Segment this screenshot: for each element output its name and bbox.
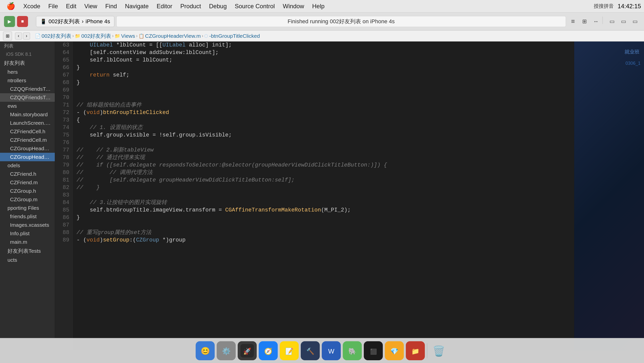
dock-evernote[interactable]: 🐘 <box>343 341 362 360</box>
navigator-grid-btn[interactable]: ⊞ <box>3 32 12 40</box>
breadcrumb-icon-1: 📁 <box>75 33 80 39</box>
menu-debug[interactable]: Debug <box>206 2 230 11</box>
svg-text:🗑️: 🗑️ <box>433 345 445 357</box>
sidebar-item-models[interactable]: odels <box>0 161 55 170</box>
sidebar-item-czgroup-h[interactable]: CZGroup.h <box>0 187 55 195</box>
svg-text:🐘: 🐘 <box>348 347 357 355</box>
sidebar-item-groupheader-h[interactable]: CZGroupHeaderView.h <box>0 144 55 153</box>
svg-text:🧭: 🧭 <box>264 347 272 355</box>
scheme-separator: › <box>82 18 84 25</box>
svg-text:🚀: 🚀 <box>243 347 251 355</box>
sidebar-item-czfriend-h[interactable]: CZFriend.h <box>0 170 55 178</box>
breadcrumb-icon-3: 📋 <box>139 33 144 39</box>
sidebar-item-images[interactable]: Images.xcassets <box>0 221 55 229</box>
sidebar-item-7[interactable]: ews <box>0 102 55 110</box>
svg-text:📁: 📁 <box>411 347 420 355</box>
sidebar-item-groupheader-m[interactable]: CZGroupHeaderView.m <box>0 153 55 161</box>
scheme-selector[interactable]: 📱 002好友列表 › iPhone 4s <box>36 16 114 27</box>
breadcrumb-icon-4: ⬡ <box>204 33 208 39</box>
svg-text:W: W <box>328 348 335 355</box>
sidebar-item-2[interactable]: 好友列表 <box>0 58 55 68</box>
sidebar-item-friendcell-h[interactable]: CZFriendCell.h <box>0 127 55 136</box>
dock-trash[interactable]: 🗑️ <box>429 341 448 360</box>
breadcrumb-item-3[interactable]: CZGroupHeaderView.m <box>145 33 201 39</box>
dock: 😊 ⚙️ 🚀 🧭 📝 🔨 W 🐘 ⬛ 💎 📁 🗑️ <box>0 338 644 363</box>
breadcrumb-icon-0: 📄 <box>35 33 41 39</box>
dock-finder[interactable]: 😊 <box>196 341 215 360</box>
sidebar-item-main-m[interactable]: main.m <box>0 238 55 246</box>
menu-source-control[interactable]: Source Control <box>231 2 278 11</box>
sidebar-item-main-storyboard[interactable]: Main.storyboard <box>0 110 55 119</box>
hide-debug-btn[interactable]: ▭ <box>618 16 628 26</box>
right-panel: 就业班 0306_1 <box>574 42 644 350</box>
toolbar: ▶ ■ 📱 002好友列表 › iPhone 4s Finished runni… <box>0 12 644 30</box>
line-numbers: 63 64 65 66 67 68 69 70 71 72 73 74 75 7… <box>55 42 73 350</box>
stop-button[interactable]: ■ <box>17 16 28 27</box>
sidebar-item-supporting[interactable]: pporting Files <box>0 204 55 212</box>
dock-xcode[interactable]: 🔨 <box>301 341 320 360</box>
forward-button[interactable]: › <box>23 32 30 40</box>
menu-xcode[interactable]: Xcode <box>20 2 44 11</box>
editor-version-btn[interactable]: ↔ <box>591 16 601 26</box>
sidebar-item-friends-plist[interactable]: friends.plist <box>0 212 55 221</box>
sidebar-item-czgroup-m[interactable]: CZGroup.m <box>0 195 55 204</box>
code-lines: UILabel *lblCount = [[UILabel alloc] ini… <box>73 42 574 350</box>
status-bar: Finished running 002好友列表 on iPhone 4s <box>116 16 566 27</box>
status-text: Finished running 002好友列表 on iPhone 4s <box>287 18 395 24</box>
dock-terminal[interactable]: ⬛ <box>364 341 383 360</box>
menu-find[interactable]: Find <box>102 2 121 11</box>
sidebar-item-tests[interactable]: 好友列表Tests <box>0 246 55 256</box>
svg-text:🔨: 🔨 <box>306 347 314 355</box>
menu-editor[interactable]: Editor <box>153 2 176 11</box>
panel-text-1: 就业班 <box>622 46 641 57</box>
menu-file[interactable]: File <box>45 2 62 11</box>
sidebar-item-1[interactable]: iOS SDK 8.1 <box>0 50 55 58</box>
back-button[interactable]: ‹ <box>15 32 22 40</box>
sidebar-item-6[interactable]: CZQQFriendsT...ewController.m <box>0 93 55 102</box>
sidebar-item-0[interactable]: 列表 <box>0 42 55 50</box>
menu-window[interactable]: Window <box>279 2 307 11</box>
breadcrumb-item-0[interactable]: 002好友列表 <box>42 32 71 40</box>
scheme-name: 002好友列表 <box>49 18 80 25</box>
dock-sketch[interactable]: 💎 <box>385 341 404 360</box>
svg-text:💎: 💎 <box>390 347 399 355</box>
sidebar-item-info-plist[interactable]: Info.plist <box>0 229 55 238</box>
sidebar-item-3[interactable]: hers <box>0 68 55 76</box>
editor-standard-btn[interactable]: ≡ <box>568 16 578 26</box>
hide-navigator-btn[interactable]: ▭ <box>607 16 617 26</box>
apple-menu[interactable]: 🍎 <box>3 1 19 11</box>
menu-edit[interactable]: Edit <box>63 2 80 11</box>
breadcrumb-sep-0: › <box>72 33 74 38</box>
menu-product[interactable]: Product <box>177 2 205 11</box>
menu-view[interactable]: View <box>81 2 101 11</box>
main-area: 列表 iOS SDK 8.1 好友列表 hers ntrollers CZQQF… <box>0 42 644 350</box>
breadcrumb-bar: ⊞ ‹ › 📄 002好友列表 › 📁 002好友列表 › 📁 Views › … <box>0 30 644 42</box>
dock-filezilla[interactable]: 📁 <box>406 341 425 360</box>
sidebar-item-ucts[interactable]: ucts <box>0 256 55 264</box>
breadcrumb-item-1[interactable]: 002好友列表 <box>81 32 111 40</box>
menu-navigate[interactable]: Navigate <box>121 2 152 11</box>
breadcrumb-sep-1: › <box>112 33 114 38</box>
dock-safari[interactable]: 🧭 <box>259 341 278 360</box>
breadcrumb-icon-2: 📁 <box>115 33 120 39</box>
sidebar-item-5[interactable]: CZQQFriendsT...iewController.h <box>0 85 55 93</box>
sidebar-item-4[interactable]: ntrollers <box>0 76 55 85</box>
editor-assistant-btn[interactable]: ⊞ <box>579 16 589 26</box>
dock-system-prefs[interactable]: ⚙️ <box>217 341 236 360</box>
sidebar-item-friendcell-m[interactable]: CZFriendCell.m <box>0 136 55 144</box>
sidebar-item-launchscreen[interactable]: LaunchScreen.xib <box>0 119 55 127</box>
breadcrumb-item-2[interactable]: Views <box>121 33 135 39</box>
svg-text:⬛: ⬛ <box>370 348 377 355</box>
hide-inspector-btn[interactable]: ▭ <box>630 16 640 26</box>
dock-launchpad[interactable]: 🚀 <box>238 341 257 360</box>
breadcrumb-item-4[interactable]: -btnGroupTitleClicked <box>209 33 260 39</box>
dock-notes[interactable]: 📝 <box>280 341 299 360</box>
dock-word[interactable]: W <box>322 341 341 360</box>
sidebar-item-czfriend-m[interactable]: CZFriend.m <box>0 178 55 187</box>
code-editor[interactable]: 63 64 65 66 67 68 69 70 71 72 73 74 75 7… <box>55 42 574 350</box>
sidebar: 列表 iOS SDK 8.1 好友列表 hers ntrollers CZQQF… <box>0 42 55 350</box>
input-method: 授搜拼音 <box>594 3 614 10</box>
run-button[interactable]: ▶ <box>4 16 15 27</box>
menu-help[interactable]: Help <box>309 2 328 11</box>
panel-text-2: 0306_1 <box>624 60 641 67</box>
